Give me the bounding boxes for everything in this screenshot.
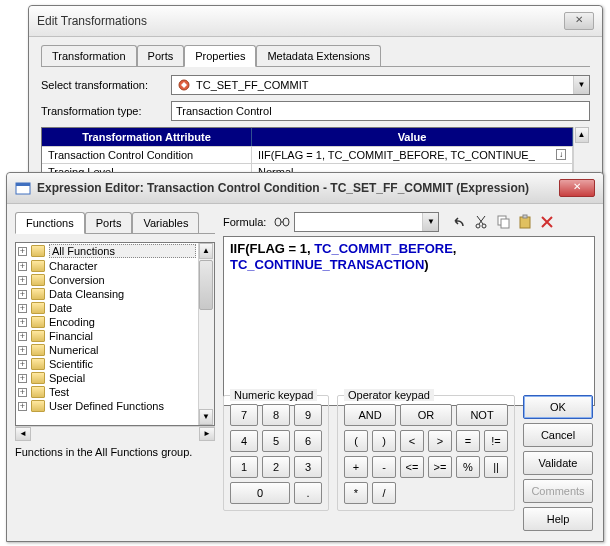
help-button[interactable]: Help xyxy=(523,507,593,531)
tab-metadata-extensions[interactable]: Metadata Extensions xyxy=(256,45,381,66)
chevron-down-icon[interactable]: ▼ xyxy=(573,76,589,94)
expand-icon[interactable]: + xyxy=(18,332,27,341)
comments-button[interactable]: Comments xyxy=(523,479,593,503)
numpad-key-8[interactable]: 8 xyxy=(262,404,290,426)
expand-icon[interactable]: + xyxy=(18,276,27,285)
ellipsis-icon[interactable]: ↓ xyxy=(556,149,566,160)
select-transformation-dropdown[interactable]: TC_SET_FF_COMMIT ▼ xyxy=(171,75,590,95)
close-icon[interactable]: ✕ xyxy=(559,179,595,197)
op-key[interactable]: ( xyxy=(344,430,368,452)
tree-item[interactable]: +Conversion xyxy=(16,273,198,287)
paste-icon[interactable] xyxy=(515,212,535,232)
op-key[interactable]: <= xyxy=(400,456,424,478)
op-key[interactable]: >= xyxy=(428,456,452,478)
numpad-key-6[interactable]: 6 xyxy=(294,430,322,452)
op-key[interactable]: || xyxy=(484,456,508,478)
tab-functions[interactable]: Functions xyxy=(15,212,85,234)
numpad-key-dot[interactable]: . xyxy=(294,482,322,504)
op-key[interactable]: / xyxy=(372,482,396,504)
op-key[interactable]: < xyxy=(400,430,424,452)
op-key[interactable]: = xyxy=(456,430,480,452)
tree-item[interactable]: +Data Cleansing xyxy=(16,287,198,301)
tab-ports[interactable]: Ports xyxy=(85,212,133,233)
cancel-button[interactable]: Cancel xyxy=(523,423,593,447)
expand-icon[interactable]: + xyxy=(18,402,27,411)
functions-tree[interactable]: +All Functions+Character+Conversion+Data… xyxy=(15,242,215,426)
scroll-right-icon[interactable]: ► xyxy=(199,427,215,441)
tree-item[interactable]: +User Defined Functions xyxy=(16,399,198,413)
numpad-key-1[interactable]: 1 xyxy=(230,456,258,478)
scroll-thumb[interactable] xyxy=(199,260,213,310)
formula-label: Formula: xyxy=(223,216,266,228)
tree-item[interactable]: +All Functions xyxy=(16,243,198,259)
scroll-left-icon[interactable]: ◄ xyxy=(15,427,31,441)
tab-transformation[interactable]: Transformation xyxy=(41,45,137,66)
delete-icon[interactable] xyxy=(537,212,557,232)
expand-icon[interactable]: + xyxy=(18,318,27,327)
scroll-down-icon[interactable]: ▼ xyxy=(199,409,213,425)
svg-point-2 xyxy=(275,218,281,226)
tree-label: Character xyxy=(49,260,196,272)
op-key[interactable]: + xyxy=(344,456,368,478)
find-dropdown[interactable]: ▼ xyxy=(294,212,439,232)
op-key[interactable]: > xyxy=(428,430,452,452)
tab-properties[interactable]: Properties xyxy=(184,45,256,67)
folder-icon xyxy=(31,274,45,286)
tab-ports[interactable]: Ports xyxy=(137,45,185,66)
op-key[interactable]: ) xyxy=(372,430,396,452)
svg-rect-8 xyxy=(520,217,530,228)
op-key[interactable]: % xyxy=(456,456,480,478)
numpad-key-2[interactable]: 2 xyxy=(262,456,290,478)
validate-button[interactable]: Validate xyxy=(523,451,593,475)
formula-textarea[interactable]: IIF(FLAG = 1, TC_COMMIT_BEFORE, TC_CONTI… xyxy=(223,236,595,406)
numpad-key-7[interactable]: 7 xyxy=(230,404,258,426)
folder-icon xyxy=(31,288,45,300)
tree-item[interactable]: +Character xyxy=(16,259,198,273)
numeric-keypad: Numeric keypad 7894561230. xyxy=(223,395,329,511)
ok-button[interactable]: OK xyxy=(523,395,593,419)
tree-item[interactable]: +Encoding xyxy=(16,315,198,329)
close-icon[interactable]: ✕ xyxy=(564,12,594,30)
expand-icon[interactable]: + xyxy=(18,262,27,271)
expand-icon[interactable]: + xyxy=(18,374,27,383)
tree-item[interactable]: +Financial xyxy=(16,329,198,343)
undo-icon[interactable] xyxy=(449,212,469,232)
cut-icon[interactable] xyxy=(471,212,491,232)
tree-item[interactable]: +Date xyxy=(16,301,198,315)
op-key[interactable]: * xyxy=(344,482,368,504)
expand-icon[interactable]: + xyxy=(18,304,27,313)
tree-item[interactable]: +Special xyxy=(16,371,198,385)
tab-variables[interactable]: Variables xyxy=(132,212,199,233)
numpad-key-9[interactable]: 9 xyxy=(294,404,322,426)
numpad-key-3[interactable]: 3 xyxy=(294,456,322,478)
titlebar[interactable]: Edit Transformations ✕ xyxy=(29,6,602,37)
window-title: Edit Transformations xyxy=(37,14,564,28)
op-key[interactable]: != xyxy=(484,430,508,452)
scroll-up-icon[interactable]: ▲ xyxy=(575,127,589,143)
op-key[interactable]: - xyxy=(372,456,396,478)
expand-icon[interactable]: + xyxy=(18,360,27,369)
tree-item[interactable]: +Scientific xyxy=(16,357,198,371)
transformation-icon xyxy=(176,77,192,93)
numpad-key-0[interactable]: 0 xyxy=(230,482,290,504)
expand-icon[interactable]: + xyxy=(18,290,27,299)
tree-item[interactable]: +Test xyxy=(16,385,198,399)
expand-icon[interactable]: + xyxy=(18,247,27,256)
tree-label: Financial xyxy=(49,330,196,342)
vertical-scrollbar[interactable]: ▲ ▼ xyxy=(198,243,214,425)
chevron-down-icon[interactable]: ▼ xyxy=(422,213,438,231)
numpad-key-5[interactable]: 5 xyxy=(262,430,290,452)
numpad-key-4[interactable]: 4 xyxy=(230,430,258,452)
find-icon[interactable] xyxy=(272,212,292,232)
tree-item[interactable]: +Numerical xyxy=(16,343,198,357)
scroll-up-icon[interactable]: ▲ xyxy=(199,243,213,259)
titlebar[interactable]: Expression Editor: Transaction Control C… xyxy=(7,173,603,204)
grid-row[interactable]: Transaction Control Condition IIF(FLAG =… xyxy=(42,146,573,163)
copy-icon[interactable] xyxy=(493,212,513,232)
horizontal-scrollbar[interactable]: ◄ ► xyxy=(15,426,215,442)
op-key[interactable]: AND xyxy=(344,404,396,426)
expand-icon[interactable]: + xyxy=(18,346,27,355)
expand-icon[interactable]: + xyxy=(18,388,27,397)
op-key[interactable]: NOT xyxy=(456,404,508,426)
op-key[interactable]: OR xyxy=(400,404,452,426)
